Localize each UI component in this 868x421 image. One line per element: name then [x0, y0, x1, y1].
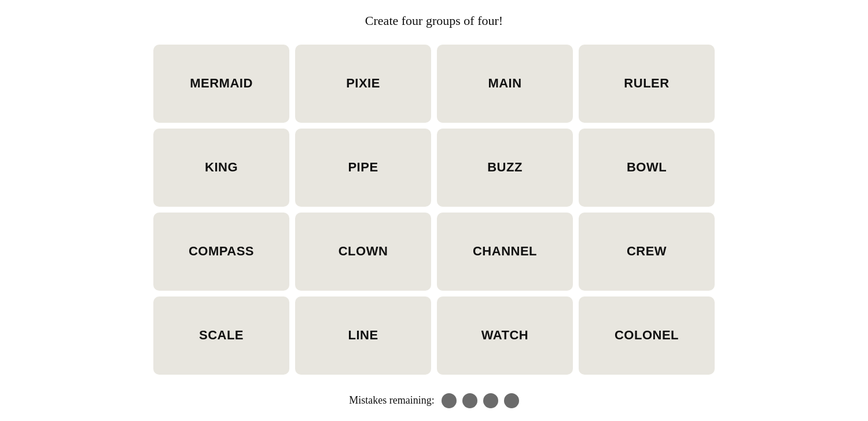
card-crew[interactable]: CREW — [579, 213, 715, 291]
game-subtitle: Create four groups of four! — [365, 13, 503, 28]
card-label-main: MAIN — [488, 76, 521, 91]
card-label-watch: WATCH — [481, 328, 529, 343]
card-label-pixie: PIXIE — [346, 76, 380, 91]
card-label-channel: CHANNEL — [473, 244, 537, 259]
card-pixie[interactable]: PIXIE — [295, 45, 431, 123]
card-label-line: LINE — [348, 328, 378, 343]
card-clown[interactable]: CLOWN — [295, 213, 431, 291]
mistake-dot-4 — [504, 393, 519, 408]
card-label-pipe: PIPE — [348, 160, 378, 175]
card-main[interactable]: MAIN — [437, 45, 573, 123]
mistake-dot-1 — [442, 393, 457, 408]
card-label-clown: CLOWN — [339, 244, 388, 259]
card-pipe[interactable]: PIPE — [295, 129, 431, 207]
card-mermaid[interactable]: MERMAID — [153, 45, 289, 123]
card-scale[interactable]: SCALE — [153, 296, 289, 375]
mistake-dot-2 — [462, 393, 477, 408]
card-line[interactable]: LINE — [295, 296, 431, 375]
mistakes-area: Mistakes remaining: — [349, 393, 518, 408]
card-bowl[interactable]: BOWL — [579, 129, 715, 207]
card-label-colonel: COLONEL — [615, 328, 679, 343]
card-label-bowl: BOWL — [627, 160, 667, 175]
card-channel[interactable]: CHANNEL — [437, 213, 573, 291]
card-label-king: KING — [205, 160, 238, 175]
card-compass[interactable]: COMPASS — [153, 213, 289, 291]
card-colonel[interactable]: COLONEL — [579, 296, 715, 375]
card-label-crew: CREW — [627, 244, 667, 259]
card-buzz[interactable]: BUZZ — [437, 129, 573, 207]
card-ruler[interactable]: RULER — [579, 45, 715, 123]
card-watch[interactable]: WATCH — [437, 296, 573, 375]
card-label-ruler: RULER — [624, 76, 669, 91]
card-label-mermaid: MERMAID — [190, 76, 253, 91]
card-label-buzz: BUZZ — [487, 160, 523, 175]
mistakes-dots — [442, 393, 519, 408]
card-label-compass: COMPASS — [189, 244, 254, 259]
card-label-scale: SCALE — [199, 328, 244, 343]
word-grid: MERMAIDPIXIEMAINRULERKINGPIPEBUZZBOWLCOM… — [153, 45, 715, 375]
mistake-dot-3 — [483, 393, 498, 408]
card-king[interactable]: KING — [153, 129, 289, 207]
mistakes-label: Mistakes remaining: — [349, 394, 434, 407]
